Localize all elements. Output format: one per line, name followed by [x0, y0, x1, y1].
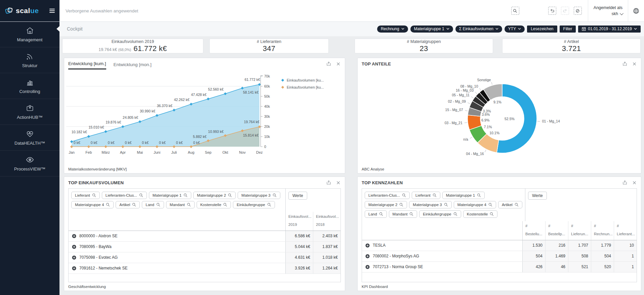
tab-entwicklung-kum[interactable]: Entwicklung [kum.]	[68, 61, 106, 69]
close-icon[interactable]	[335, 61, 341, 66]
svg-text:02 - Mg_09: 02 - Mg_09	[448, 99, 466, 103]
dimension-chip-materialgruppe2[interactable]: Materialgruppe 2	[193, 192, 236, 199]
dimension-chip-kostenstelle[interactable]: Kostenstelle	[463, 210, 498, 218]
hamburger-icon[interactable]	[48, 7, 56, 14]
app-root: scalue Verborgene Auswahlen angewendet	[0, 0, 644, 295]
clear-selections-icon[interactable]	[574, 7, 582, 15]
export-icon[interactable]	[326, 61, 331, 66]
filter-pill-rechnung[interactable]: Rechnung	[377, 26, 408, 33]
close-icon[interactable]	[632, 180, 637, 185]
row-name-cell[interactable]: 7080002 - MorphoSys AG	[362, 251, 522, 261]
werte-label: Werte	[528, 192, 547, 200]
expand-plus-icon[interactable]	[72, 255, 76, 260]
filter-pill-materialgruppe1[interactable]: Materialgruppe 1	[410, 26, 453, 33]
globe-icon[interactable]	[628, 0, 644, 21]
lesezeichen-button[interactable]: Lesezeichen	[527, 26, 557, 33]
export-icon[interactable]	[326, 180, 331, 185]
export-icon[interactable]	[622, 180, 628, 185]
row-name-cell[interactable]: 7091612 - Nemetschek SE	[69, 263, 285, 274]
undo-selection-icon[interactable]	[548, 7, 556, 15]
table-row[interactable]: 8000000 - Aixtron SE6.586 k€2.403 k€	[69, 231, 340, 242]
donut-slice-01Mg14[interactable]	[497, 84, 537, 153]
row-name-cell[interactable]: 8000000 - Aixtron SE	[69, 231, 285, 241]
column-header[interactable]: #Lieferun...	[568, 221, 591, 240]
column-header[interactable]: #Bestellp...	[545, 221, 568, 240]
column-header[interactable]: #Bestellu...	[522, 221, 545, 240]
filter-pill-yty[interactable]: YTY	[505, 26, 525, 33]
close-icon[interactable]	[632, 61, 637, 66]
header-spacer	[69, 212, 285, 231]
sidebar-item-controlling[interactable]: Controlling	[0, 73, 59, 99]
expand-plus-icon[interactable]	[72, 266, 76, 271]
dimension-chip-lieferant[interactable]: Lieferant	[71, 192, 100, 199]
dimension-chip-land[interactable]: Land	[365, 210, 387, 218]
kennzahlen-table: Lieferanten-Clus...LieferantMaterialgrup…	[362, 188, 637, 282]
dimension-chip-mandant[interactable]: Mandant	[389, 210, 417, 218]
svg-text:50k: 50k	[264, 94, 270, 98]
row-name-cell[interactable]: 7080095 - BayWa	[69, 242, 285, 252]
column-header[interactable]: Einkaufsvol...2018	[313, 212, 340, 231]
expand-plus-icon[interactable]	[72, 245, 76, 249]
expand-plus-icon[interactable]	[365, 243, 370, 248]
table-row[interactable]: 7091612 - Nemetschek SE3.926 k€1.264 k€	[69, 263, 340, 274]
dimension-chip-lieferant[interactable]: Lieferant	[412, 192, 440, 199]
export-icon[interactable]	[622, 61, 628, 66]
dimension-chip-mandant[interactable]: Mandant	[166, 201, 195, 208]
smart-search-icon[interactable]	[511, 7, 519, 15]
column-header[interactable]: #Lieferant...	[614, 221, 637, 240]
donut-chart-svg: 01 - Mg_1452.5%04 - Mg_1610.1%n/a7.1%03 …	[358, 69, 637, 165]
dimension-chip-materialgruppe3[interactable]: Materialgruppe 3	[238, 192, 280, 199]
redo-selection-icon[interactable]	[561, 7, 569, 15]
legend-item-0[interactable]: Einkaufsvolumen [ku...	[281, 78, 339, 82]
table-header-row: #Bestellu...#Bestellp...#Lieferun...#Rec…	[362, 221, 637, 240]
expand-plus-icon[interactable]	[365, 265, 370, 269]
dimension-chip-einkufergruppe[interactable]: Einkäufergruppe	[419, 210, 461, 218]
expand-plus-icon[interactable]	[72, 234, 76, 238]
logo-text[interactable]: scalue	[16, 7, 39, 15]
search-icon	[409, 212, 413, 216]
dimension-chip-artikel[interactable]: Artikel	[498, 201, 522, 208]
dimension-chip-materialgruppe2[interactable]: Materialgruppe 2	[365, 201, 407, 208]
search-icon	[477, 193, 481, 197]
sidebar: ManagementStrukturControllingActionHUB™D…	[0, 21, 59, 295]
row-name-cell[interactable]: 7075098 - Evotec AG	[69, 252, 285, 263]
user-menu[interactable]: Angemeldet als skh	[588, 0, 628, 21]
svg-text:30.990 k€: 30.990 k€	[140, 109, 155, 113]
dimension-chip-lieferantenclus[interactable]: Lieferanten-Clus...	[102, 192, 147, 199]
sidebar-item-datahealth[interactable]: DataHEALTH™	[0, 125, 59, 151]
dimension-chip-materialgruppe1[interactable]: Materialgruppe 1	[442, 192, 485, 199]
sidebar-item-processview[interactable]: ProcessVIEW™	[0, 151, 59, 177]
dimension-chip-land[interactable]: Land	[142, 201, 164, 208]
table-row[interactable]: 7075098 - Evotec AG4.631 k€1.018 k€	[69, 252, 340, 263]
dimension-chip-einkufergruppe[interactable]: Einkäufergruppe	[233, 201, 275, 208]
table-row[interactable]: 7072713 - Norma Group SE426465215201	[362, 262, 637, 273]
search-icon	[223, 203, 227, 207]
dimension-chip-artikel[interactable]: Artikel	[116, 201, 140, 208]
legend-item-1[interactable]: Einkaufsvolumen [ku...	[281, 85, 339, 89]
dimension-chip-kostenstelle[interactable]: Kostenstelle	[197, 201, 231, 208]
dimension-chip-materialgruppe4[interactable]: Materialgruppe 4	[71, 201, 114, 208]
logo-area: scalue	[0, 0, 59, 21]
sidebar-item-actionhub[interactable]: ActionHUB™	[0, 99, 59, 125]
svg-text:58.141 k€: 58.141 k€	[243, 90, 258, 94]
column-header[interactable]: Einkaufsvol...2019	[285, 212, 313, 231]
filter-button[interactable]: Filter	[560, 26, 576, 33]
expand-plus-icon[interactable]	[365, 254, 370, 258]
sidebar-item-struktur[interactable]: Struktur	[0, 47, 59, 73]
dimension-chip-materialgruppe4[interactable]: Materialgruppe 4	[454, 201, 496, 208]
close-icon[interactable]	[335, 180, 341, 185]
sidebar-item-management[interactable]: Management	[0, 21, 59, 47]
dimension-chip-materialgruppe3[interactable]: Materialgruppe 3	[409, 201, 451, 208]
dimension-chip-lieferantenclus[interactable]: Lieferanten-Clus...	[365, 192, 410, 199]
row-name-cell[interactable]: TESLA	[362, 240, 522, 251]
table-row[interactable]: 7080095 - BayWa5.044 k€1.837 k€	[69, 242, 340, 252]
filter-pill-einkaufsvolumen[interactable]: Σ Einkaufsvolumen	[455, 26, 502, 33]
table-row[interactable]: 7080002 - MorphoSys AG5041.4695085041	[362, 251, 637, 262]
tab-entwicklung-mon[interactable]: Entwicklung [mon.]	[114, 62, 152, 69]
svg-text:10.1%: 10.1%	[489, 131, 499, 135]
column-header[interactable]: #Rechnun...	[591, 221, 614, 240]
date-range-button[interactable]: 01.01.2019 - 31.12.2019	[578, 26, 641, 33]
row-name-cell[interactable]: 7072713 - Norma Group SE	[362, 262, 522, 272]
dimension-chip-materialgruppe1[interactable]: Materialgruppe 1	[149, 192, 191, 199]
table-row[interactable]: TESLA1.5302161.7071.77910	[362, 240, 637, 251]
